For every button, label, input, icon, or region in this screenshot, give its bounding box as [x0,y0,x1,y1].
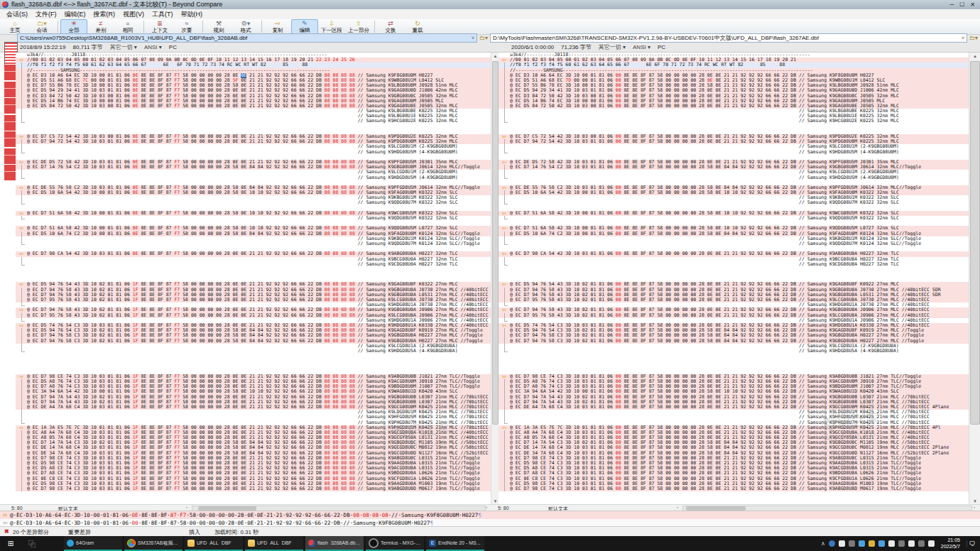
code-line[interactable]: // Samsung K9LCG08U1M (2-K9GBG08U0M) [499,144,969,149]
taskbar-app-EndNote 20 - MS...[interactable]: EEndNote 20 - MS... [426,536,484,551]
code-line[interactable] [499,221,969,226]
code-line[interactable]: @ EC 0E C8 CE 74 C3 3D 10 03 01 81 06 00… [499,476,969,481]
code-line[interactable]: @ EC D7 94 76 58 43 3D 10 02 01 81 06 00… [499,293,969,298]
tray-icon[interactable] [878,540,885,547]
code-line[interactable]: ⇦@ EC D5 74 76 54 C3 3D 10 03 01 81 06 0… [499,323,969,328]
tray-icon[interactable] [839,540,845,547]
code-line[interactable]: // Samsung K9HDG08U1A J0730 27nm MLC //4… [499,302,969,307]
code-line[interactable] [499,364,969,369]
code-line[interactable] [499,180,969,185]
code-line[interactable]: @ EC D7 95 76 58 43 3D 10 02 01 81 06 1F… [16,298,491,302]
taskbar-app-UFD_ALL_DBF[interactable]: UFD_ALL_DBF [245,536,303,551]
left-browse-button[interactable]: 🗀▾ [477,35,490,41]
right-encoding-dropdown[interactable]: ANSI ▾ [633,44,650,50]
code-line[interactable]: @ EC DE A4 7A 68 C4 3D 10 03 01 81 06 1F… [16,405,491,410]
code-line[interactable]: @ EC 3A 94 6A 54 42 3D 10 00 01 81 06 1F… [16,389,491,394]
detail-line-left[interactable]: ⇨@·EC·D3·10·A6·64·EC·3D·10·00·01·81·06·0… [0,511,980,519]
toolbar-button-复制[interactable]: ⇨复制 [264,19,291,34]
code-line[interactable]: @ EC D5 A8 76 74 C3 3D 10 03 01 81 06 1F… [16,379,491,384]
code-line[interactable]: @ EC D5 10 6A 74 C2 3D 10 00 01 81 06 00… [499,231,969,236]
code-line[interactable]: ⇨@ EC DE D5 72 58 42 3D 10 03 01 81 06 0… [16,160,491,165]
code-line[interactable]: @ EC D7 95 76 58 43 3D 10 02 01 81 06 00… [499,298,969,302]
left-rule-dropdown[interactable]: 其它一切 ▾ [110,43,137,51]
menu-视图[interactable]: 视图(V) [119,9,148,20]
code-line[interactable]: ⇦@ EC D7 98 CA 54 42 3D 10 03 01 81 06 0… [499,251,969,256]
code-line[interactable]: ⇨@ EC 1A 3A E5 7E 7C 3D 10 01 01 81 06 1… [16,425,491,430]
code-line[interactable]: @ EC D5 94 29 34 41 3D 10 03 01 81 06 0E… [16,88,491,93]
code-line[interactable] [16,124,491,129]
code-line[interactable]: ⇨@ EC D7 98 CE 74 C3 3D 10 03 01 81 06 1… [16,374,491,379]
code-line[interactable]: @ EC 3A 94 6A 54 42 3D 10 00 01 81 06 00… [499,389,969,394]
code-line[interactable]: ⇦@ EC DE 55 76 58 C2 3D 10 03 01 81 06 0… [499,185,969,190]
code-line[interactable]: @ EC DE 14 7A 68 C4 3D 10 03 01 81 06 00… [499,445,969,450]
code-line[interactable]: @ EC D7 55 B6 78 EC 3D 10 00 01 81 06 00… [499,83,969,88]
code-line[interactable]: // Samsung K9QDG08U7M K0322 32nm SLC [16,200,491,205]
code-line[interactable]: // Samsung K9HFGD8U5M K0425 21nm MLC //7… [499,415,969,420]
toolbar-button-上下文[interactable]: ≣上下文 [146,19,173,34]
right-file-pane[interactable]: u3k4//----------J0118-------------------… [499,53,969,505]
scrollbar-thumb[interactable] [492,61,499,425]
code-line[interactable]: // Samsung K9BCG08U0A H0227 32nm TLC [16,257,491,262]
right-path-input[interactable]: D:\MyTools\Flashmaster\SMI\3268\TRANSCEN… [490,33,967,43]
maximize-button[interactable]: ☐ [959,1,964,8]
code-line[interactable]: @ EC D5 A8 76 74 C3 3D 10 03 01 81 06 00… [499,379,969,384]
toolbar-button-编辑[interactable]: ✎编辑 [291,19,318,34]
right-vertical-scrollbar[interactable]: ▲ ▼ [969,53,980,505]
code-line[interactable]: u3k4//----------J0118-------------------… [499,53,969,58]
code-line[interactable]: @ EC D5 10 6A 54 42 3D 10 00 01 81 06 00… [499,190,969,195]
code-line[interactable]: @ EC D7 95 76 58 43 3D 10 02 01 81 06 00… [499,313,969,318]
code-line[interactable]: @ EC DE 34 7A 68 C4 3D 10 03 01 81 06 1F… [16,451,491,456]
code-line[interactable] [16,221,491,226]
tray-icon[interactable] [928,540,935,547]
code-line[interactable]: // Samsung K9LDGD8U1M K0425 21nm MLC //7… [16,410,491,415]
code-line[interactable] [499,129,969,134]
toolbar-button-格式[interactable]: ⚙▾格式 [232,19,259,34]
code-line[interactable]: @ EC D7 94 76 58 43 3D 10 02 01 81 06 1F… [16,288,491,293]
code-line[interactable]: @ EC D7 A8 CE 74 C3 3D 10 03 01 81 06 1F… [16,471,491,476]
menu-会话[interactable]: 会话(S) [3,9,31,20]
code-line[interactable]: @ EC D7 94 7A 54 43 3D 10 02 01 81 06 1F… [16,395,491,400]
code-line[interactable]: @ EC D7 98 CE 74 C3 3D 10 03 01 81 06 00… [499,456,969,461]
toolbar-button-下一区段[interactable]: ⇩下一区段 [318,19,345,34]
code-line[interactable]: @ EC 0E C8 CE 74 C3 3D 10 03 01 81 06 1F… [16,476,491,481]
taskbar-app-Termius - MXG-D...[interactable]: Termius - MXG-D... [366,536,424,551]
code-line[interactable] [499,124,969,129]
code-line[interactable]: @ EC D7 94 76 58 C3 3D 10 02 01 81 06 1F… [16,339,491,344]
code-line[interactable]: ⇦@ EC 1A 3A E5 7E 7C 3D 10 01 01 81 06 0… [499,425,969,430]
code-line[interactable]: @ EC D7 94 7A 54 43 3D 10 02 01 81 06 00… [499,400,969,405]
code-line[interactable]: // Samsung K9LBG08U1E K0225 32nm MLC [16,114,491,119]
code-line[interactable] [16,246,491,251]
code-line[interactable] [16,359,491,364]
toolbar-button-相同[interactable]: =相同 [114,19,141,34]
code-line[interactable]: ⇦@ EC D5 94 76 54 43 3D 10 02 01 81 06 0… [499,282,969,287]
code-line[interactable]: @ EC D5 10 6A 74 C2 3D 10 00 01 81 06 0E… [16,231,491,236]
code-line[interactable] [499,206,969,211]
code-line[interactable]: @ EC D7 14 7A 54 C3 3D 10 02 01 81 06 1F… [16,440,491,445]
code-line[interactable]: ⇨@ EC D7 51 6A 58 42 3D 10 00 01 81 06 0… [16,226,491,231]
scroll-right-icon[interactable]: › [974,505,975,509]
left-encoding-dropdown[interactable]: ANSI ▾ [144,44,162,50]
code-line[interactable] [16,180,491,185]
tray-icon[interactable] [849,540,855,547]
taskbar-app-SM3267AB视频教...[interactable]: SM3267AB视频教... [124,536,183,551]
code-line[interactable] [499,246,969,251]
code-line[interactable]: @ EC D5 14 B6 74 EC 3D 10 00 00 81 06 00… [499,99,969,104]
code-line[interactable]: ⇦@ EC DE D5 72 58 42 3D 10 03 01 81 06 0… [499,160,969,165]
action-center-button[interactable]: 🗨 [967,540,977,547]
code-line[interactable]: //----------SAMSUNG---------------------… [499,68,969,73]
code-line[interactable] [16,277,491,282]
code-line[interactable]: @ EC D7 A8 CE 74 C3 3D 10 03 01 81 06 00… [499,471,969,476]
code-line[interactable]: @ EC D7 98 CE 74 C3 3D 10 03 01 81 06 00… [499,486,969,491]
code-line[interactable]: @ EC D5 98 CE 74 C3 3D 10 03 01 81 06 00… [499,461,969,466]
code-line[interactable]: @ EC DE A4 7A 68 C4 3D 10 03 01 81 06 00… [499,405,969,410]
code-line[interactable] [16,354,491,359]
code-line[interactable]: // Samsung K9HDG08U1A J0906 27nm MLC //4… [499,318,969,323]
code-line[interactable]: // Samsung K9HDG08U5M (4-K9GBG08U0M) [16,150,491,155]
code-line[interactable] [16,369,491,374]
scroll-left-icon[interactable]: ‹ [186,505,187,509]
code-line[interactable]: @ EC D7 14 7A 54 C3 3D 10 02 01 81 06 00… [499,440,969,445]
code-line[interactable]: @ EC D3 10 A6 64 EC 3D 10 00 01 81 06 00… [499,73,969,78]
code-line[interactable]: @ EC D5 98 CE 74 C3 3D 10 03 01 81 06 00… [499,481,969,486]
code-line[interactable]: ⇨@ EC D7 94 76 58 43 3D 10 02 01 81 06 1… [16,307,491,312]
code-line[interactable]: // Samsung K9LDGD8U1M K0425 21nm MLC //7… [499,410,969,415]
